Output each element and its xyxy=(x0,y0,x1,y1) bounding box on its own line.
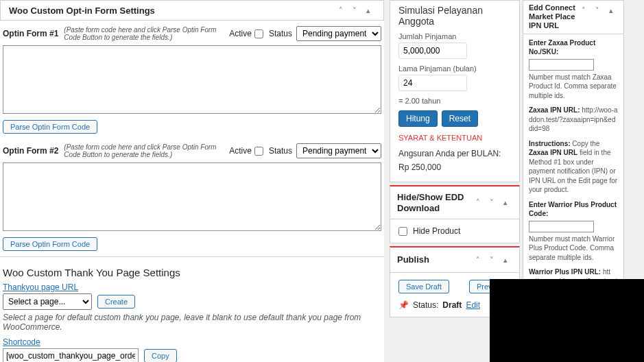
thankyou-page-select[interactable]: Select a page... xyxy=(3,293,92,310)
left-column: Woo Custom Opt-in Form Settings ˄ ˅ ▴ Op… xyxy=(0,0,384,362)
jumlah-input[interactable] xyxy=(398,43,467,59)
form2-label: Optin Form #2 xyxy=(3,146,58,156)
reset-button[interactable]: Reset xyxy=(442,110,478,127)
hitung-button[interactable]: Hitung xyxy=(398,110,438,127)
chevron-up-icon[interactable]: ˄ xyxy=(471,253,485,267)
edd-ipn-title: Edd Connect Market Place IPN URL xyxy=(529,3,577,31)
zaxaa-sku-help: Number must match Zaxaa Product Id. Comm… xyxy=(529,73,618,101)
form1-row: Optin Form #1 (Paste form code here and … xyxy=(0,26,384,41)
lama-input[interactable] xyxy=(398,75,467,91)
zaxaa-ipn-label: Zaxaa IPN URL: xyxy=(529,106,580,114)
form2-active-checkbox[interactable] xyxy=(254,147,263,156)
shortcode-label: Shortcode xyxy=(3,337,381,347)
hide-product-row[interactable]: Hide Product xyxy=(398,226,511,236)
form1-label: Optin Form #1 xyxy=(3,29,58,38)
angsuran-label: Angsuran Anda per BULAN: xyxy=(390,145,519,162)
caret-up-icon[interactable]: ▴ xyxy=(604,3,618,17)
warrior-code-label: Enter Warrior Plus Product Code: xyxy=(529,200,618,219)
thankyou-title: Woo Custom Thank You Page Settings xyxy=(3,267,381,278)
form2-row: Optin Form #2 (Paste form code here and … xyxy=(0,134,384,158)
form2-status-label: Status xyxy=(269,146,292,156)
warrior-ipn-label: Warrior Plus IPN URL: xyxy=(529,268,601,276)
simulasi-title: Simulasi Pelayanan Anggota xyxy=(390,5,519,31)
optin-forms-body: Optin Form #1 (Paste form code here and … xyxy=(0,21,384,362)
jumlah-label: Jumlah Pinjaman xyxy=(398,32,511,40)
thankyou-create-button[interactable]: Create xyxy=(97,295,135,309)
publish-status-value: Draft xyxy=(442,300,462,310)
shortcode-copy-button[interactable]: Copy xyxy=(144,349,177,362)
hide-product-label: Hide Product xyxy=(413,226,460,236)
zaxaa-sku-input[interactable] xyxy=(529,59,594,71)
thankyou-section: Woo Custom Thank You Page Settings Thank… xyxy=(0,257,384,362)
middle-column: Simulasi Pelayanan Anggota Jumlah Pinjam… xyxy=(390,0,520,320)
warrior-code-help: Number must match Warrior Plus Product C… xyxy=(529,234,618,263)
form2-parse-button[interactable]: Parse Optin Form Code xyxy=(3,237,97,251)
form2-textarea[interactable] xyxy=(3,162,381,231)
optin-panel-title: Woo Custom Opt-in Form Settings xyxy=(9,5,155,16)
optin-panel-header: Woo Custom Opt-in Form Settings ˄ ˅ ▴ xyxy=(1,1,383,20)
form1-parse-button[interactable]: Parse Optin Form Code xyxy=(3,120,97,134)
thankyou-page-help: Select a page for default custom thank y… xyxy=(3,313,381,332)
chevron-up-icon[interactable]: ˄ xyxy=(577,3,591,17)
hideshow-panel: Hide/Show EDD Download ˄ ˅ ▴ Hide Produc… xyxy=(390,185,520,243)
form2-status-select[interactable]: Pending payment xyxy=(296,143,381,158)
zaxaa-instr-bold: Zaxaa IPN URL xyxy=(529,149,577,156)
chevron-up-icon[interactable]: ˄ xyxy=(471,196,485,210)
form2-hint: (Paste form code here and click Parse Op… xyxy=(64,143,224,158)
chevron-down-icon[interactable]: ˅ xyxy=(348,3,361,17)
form1-textarea[interactable] xyxy=(3,45,381,114)
caret-up-icon[interactable]: ▴ xyxy=(499,196,512,210)
simulasi-panel: Simulasi Pelayanan Anggota Jumlah Pinjam… xyxy=(390,0,520,182)
optin-panel-toggles: ˄ ˅ ▴ xyxy=(334,3,375,17)
optin-panel: Woo Custom Opt-in Form Settings ˄ ˅ ▴ xyxy=(0,0,384,21)
save-draft-button[interactable]: Save Draft xyxy=(398,280,449,293)
zaxaa-instr-label: Instructions: xyxy=(529,140,571,147)
form1-status-select[interactable]: Pending payment xyxy=(296,26,381,41)
chevron-down-icon[interactable]: ˅ xyxy=(591,3,604,17)
zaxaa-instr-text1: Copy the xyxy=(572,140,599,147)
publish-status-edit[interactable]: Edit xyxy=(466,300,480,310)
publish-title: Publish xyxy=(397,254,429,265)
publish-status-label: Status: xyxy=(413,300,438,310)
lama-equals: = 2.00 tahun xyxy=(390,95,519,106)
form2-active-label: Active xyxy=(229,146,252,156)
syarat-link[interactable]: SYARAT & KETENTUAN xyxy=(390,131,519,145)
angsuran-value: Rp 250,000 xyxy=(390,162,519,176)
form1-active-checkbox[interactable] xyxy=(254,29,263,38)
chevron-up-icon[interactable]: ˄ xyxy=(334,3,348,17)
caret-up-icon[interactable]: ▴ xyxy=(499,253,512,267)
thankyou-url-label: Thankyou page URL xyxy=(3,282,381,292)
shortcode-input[interactable] xyxy=(3,348,139,362)
form1-hint: (Paste form code here and click Parse Op… xyxy=(64,26,224,41)
warrior-code-input[interactable] xyxy=(529,221,594,232)
hideshow-title: Hide/Show EDD Download xyxy=(397,192,471,213)
pin-icon: 📌 xyxy=(398,300,409,310)
hide-product-checkbox[interactable] xyxy=(398,227,407,236)
chevron-down-icon[interactable]: ˅ xyxy=(485,196,499,210)
caret-up-icon[interactable]: ▴ xyxy=(361,3,375,17)
lama-label: Lama Pinjaman (bulan) xyxy=(398,64,511,73)
chevron-down-icon[interactable]: ˅ xyxy=(485,253,499,267)
form1-active-label: Active xyxy=(229,29,252,38)
black-region xyxy=(490,279,644,362)
zaxaa-sku-label: Enter Zaxaa Product No./SKU: xyxy=(529,38,618,57)
form1-status-label: Status xyxy=(269,29,292,38)
